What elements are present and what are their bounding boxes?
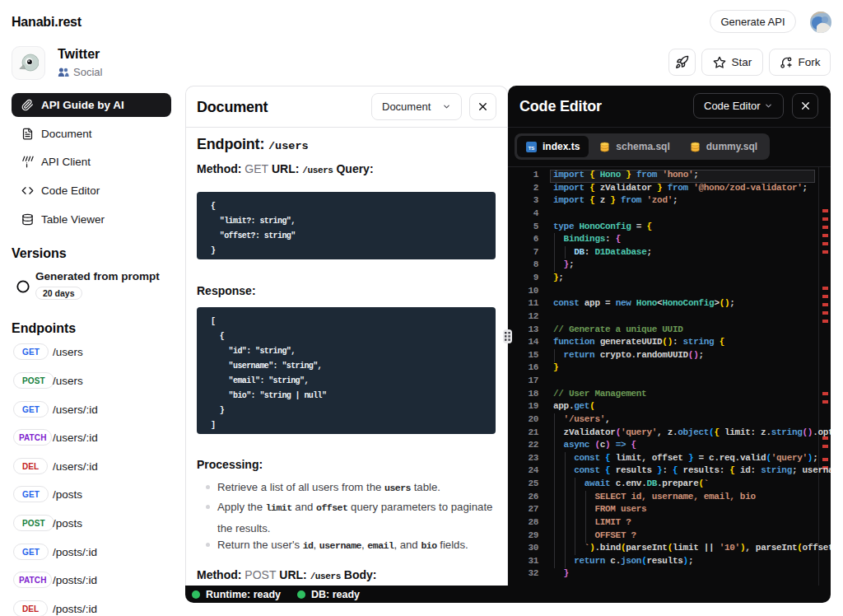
- svg-text:TS: TS: [529, 145, 535, 150]
